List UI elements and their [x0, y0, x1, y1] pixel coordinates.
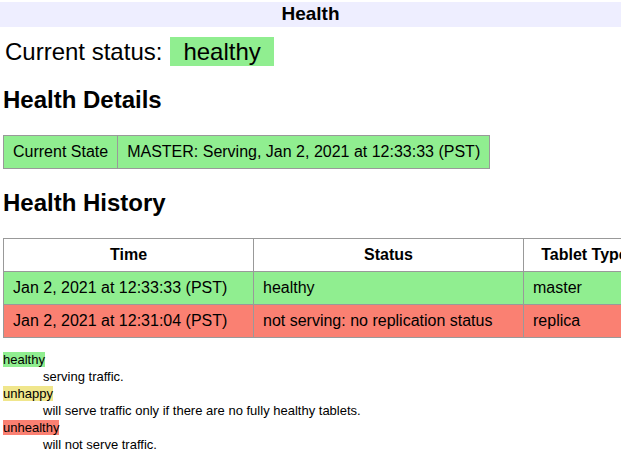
current-status-label: Current status: — [5, 38, 162, 65]
legend-term: unhappy — [3, 386, 618, 402]
current-status-line: Current status:healthy — [3, 37, 618, 66]
health-history-table: Time Status Tablet Type Jan 2, 2021 at 1… — [3, 238, 621, 338]
current-state-value-cell: MASTER: Serving, Jan 2, 2021 at 12:33:33… — [118, 136, 490, 169]
page-content: Current status:healthy Health Details Cu… — [3, 37, 618, 452]
history-column-time: Time — [4, 239, 254, 272]
history-header-row: Time Status Tablet Type — [4, 239, 621, 272]
legend-term-unhealthy: unhealthy — [3, 420, 59, 435]
legend-description-unhealthy: will not serve traffic. — [43, 437, 618, 452]
history-tablet-type-cell: replica — [524, 305, 621, 338]
legend-term-healthy: healthy — [3, 352, 45, 367]
history-status-cell: not serving: no replication status — [254, 305, 524, 338]
current-status-badge: healthy — [170, 37, 273, 66]
history-time-cell: Jan 2, 2021 at 12:31:04 (PST) — [4, 305, 254, 338]
legend-term: healthy — [3, 352, 618, 368]
page-title: Health — [0, 2, 621, 27]
health-history-heading: Health History — [3, 189, 618, 217]
history-row: Jan 2, 2021 at 12:33:33 (PST) healthy ma… — [4, 272, 621, 305]
legend-term-unhappy: unhappy — [3, 386, 53, 401]
legend-description-healthy: serving traffic. — [43, 369, 618, 385]
current-state-label-cell: Current State — [4, 136, 118, 169]
legend-term: unhealthy — [3, 420, 618, 436]
history-column-status: Status — [254, 239, 524, 272]
current-state-row: Current State MASTER: Serving, Jan 2, 20… — [4, 136, 490, 169]
health-details-heading: Health Details — [3, 86, 618, 114]
history-status-cell: healthy — [254, 272, 524, 305]
legend-description-unhappy: will serve traffic only if there are no … — [43, 403, 618, 419]
history-tablet-type-cell: master — [524, 272, 621, 305]
health-details-table: Current State MASTER: Serving, Jan 2, 20… — [3, 135, 490, 169]
status-legend: healthy serving traffic. unhappy will se… — [3, 352, 618, 452]
history-time-cell: Jan 2, 2021 at 12:33:33 (PST) — [4, 272, 254, 305]
history-column-tablet-type: Tablet Type — [524, 239, 621, 272]
history-row: Jan 2, 2021 at 12:31:04 (PST) not servin… — [4, 305, 621, 338]
